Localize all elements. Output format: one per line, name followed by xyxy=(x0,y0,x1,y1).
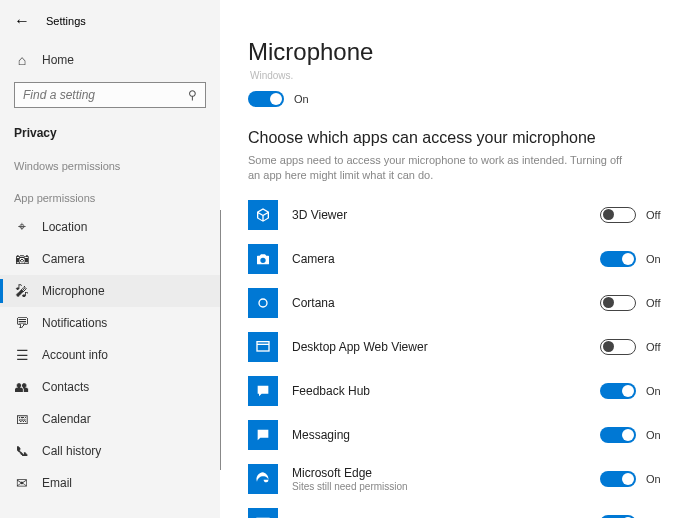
toggle-column: On xyxy=(600,383,680,399)
microphone-icon: 🎤︎ xyxy=(14,283,30,299)
toggle-state-label: Off xyxy=(646,341,660,353)
nav-notifications[interactable]: 💬︎ Notifications xyxy=(0,307,220,339)
app-toggle[interactable] xyxy=(600,471,636,487)
app-icon xyxy=(248,464,278,494)
sidebar: ← Settings ⌂ Home ⚲ Privacy Windows perm… xyxy=(0,0,220,518)
home-label: Home xyxy=(42,53,74,67)
svg-point-0 xyxy=(259,299,267,307)
svg-rect-1 xyxy=(257,341,269,350)
app-label: Cortana xyxy=(292,296,600,310)
nav-calendar[interactable]: 📅︎ Calendar xyxy=(0,403,220,435)
search-input[interactable] xyxy=(23,88,188,102)
settings-title: Settings xyxy=(46,15,86,27)
app-sublabel: Sites still need permission xyxy=(292,481,600,492)
nav-contacts[interactable]: 👥︎ Contacts xyxy=(0,371,220,403)
master-toggle[interactable] xyxy=(248,91,284,107)
account-icon: ☰ xyxy=(14,347,30,363)
toggle-column: On xyxy=(600,251,680,267)
toggle-state-label: On xyxy=(646,473,661,485)
app-label: 3D Viewer xyxy=(292,208,600,222)
nav-account[interactable]: ☰ Account info xyxy=(0,339,220,371)
nav-camera[interactable]: 📷︎ Camera xyxy=(0,243,220,275)
nav-label: Email xyxy=(42,476,72,490)
app-label: Microsoft EdgeSites still need permissio… xyxy=(292,466,600,492)
app-row: 3D ViewerOff xyxy=(248,200,680,230)
camera-icon: 📷︎ xyxy=(14,251,30,267)
contacts-icon: 👥︎ xyxy=(14,379,30,395)
toggle-state-label: Off xyxy=(646,209,660,221)
master-toggle-label: On xyxy=(294,93,309,105)
home-link[interactable]: ⌂ Home xyxy=(0,46,220,74)
toggle-column: On xyxy=(600,471,680,487)
nav-label: Location xyxy=(42,220,87,234)
app-row: Feedback HubOn xyxy=(248,376,680,406)
choose-apps-desc: Some apps need to access your microphone… xyxy=(248,153,628,184)
toggle-state-label: Off xyxy=(646,297,660,309)
toggle-column: Off xyxy=(600,207,680,223)
master-toggle-row: On xyxy=(248,91,680,107)
app-label: Camera xyxy=(292,252,600,266)
faded-prev-text: Windows. xyxy=(250,70,680,81)
header: ← Settings xyxy=(0,10,220,40)
nav-label: Camera xyxy=(42,252,85,266)
toggle-column: On xyxy=(600,427,680,443)
app-icon xyxy=(248,288,278,318)
app-row: Microsoft EdgeSites still need permissio… xyxy=(248,464,680,494)
app-label: Feedback Hub xyxy=(292,384,600,398)
group-app-permissions: App permissions xyxy=(0,178,220,210)
app-icon xyxy=(248,244,278,274)
nav-location[interactable]: ⌖ Location xyxy=(0,210,220,243)
calendar-icon: 📅︎ xyxy=(14,411,30,427)
search-box[interactable]: ⚲ xyxy=(14,82,206,108)
app-icon xyxy=(248,508,278,518)
app-label: Messaging xyxy=(292,428,600,442)
section-privacy: Privacy xyxy=(0,116,220,146)
call-icon: 📞︎ xyxy=(14,443,30,459)
app-row: Desktop App Web ViewerOff xyxy=(248,332,680,362)
app-row: MessagingOn xyxy=(248,420,680,450)
app-toggle[interactable] xyxy=(600,207,636,223)
nav-label: Notifications xyxy=(42,316,107,330)
app-icon xyxy=(248,200,278,230)
nav-label: Account info xyxy=(42,348,108,362)
toggle-state-label: On xyxy=(646,385,661,397)
page-title: Microphone xyxy=(248,38,680,66)
toggle-column: Off xyxy=(600,295,680,311)
nav-email[interactable]: ✉ Email xyxy=(0,467,220,499)
notification-icon: 💬︎ xyxy=(14,315,30,331)
main-content: Microphone Windows. On Choose which apps… xyxy=(220,0,700,518)
app-row: CortanaOff xyxy=(248,288,680,318)
location-icon: ⌖ xyxy=(14,218,30,235)
nav-label: Call history xyxy=(42,444,101,458)
nav-microphone[interactable]: 🎤︎ Microphone xyxy=(0,275,220,307)
app-icon xyxy=(248,376,278,406)
search-icon: ⚲ xyxy=(188,88,197,102)
nav-label: Microphone xyxy=(42,284,105,298)
home-icon: ⌂ xyxy=(14,52,30,68)
group-windows-permissions: Windows permissions xyxy=(0,146,220,178)
app-toggle[interactable] xyxy=(600,251,636,267)
apps-list: 3D ViewerOffCameraOnCortanaOffDesktop Ap… xyxy=(248,200,680,518)
app-toggle[interactable] xyxy=(600,295,636,311)
app-toggle[interactable] xyxy=(600,383,636,399)
toggle-state-label: On xyxy=(646,429,661,441)
app-icon xyxy=(248,420,278,450)
toggle-column: Off xyxy=(600,339,680,355)
app-toggle[interactable] xyxy=(600,427,636,443)
nav-label: Calendar xyxy=(42,412,91,426)
app-label: Desktop App Web Viewer xyxy=(292,340,600,354)
nav-callhistory[interactable]: 📞︎ Call history xyxy=(0,435,220,467)
choose-apps-heading: Choose which apps can access your microp… xyxy=(248,129,680,147)
toggle-state-label: On xyxy=(646,253,661,265)
email-icon: ✉ xyxy=(14,475,30,491)
app-row: Microsoft PhotosOn xyxy=(248,508,680,518)
back-icon[interactable]: ← xyxy=(14,12,30,30)
nav-label: Contacts xyxy=(42,380,89,394)
app-icon xyxy=(248,332,278,362)
app-row: CameraOn xyxy=(248,244,680,274)
app-toggle[interactable] xyxy=(600,339,636,355)
